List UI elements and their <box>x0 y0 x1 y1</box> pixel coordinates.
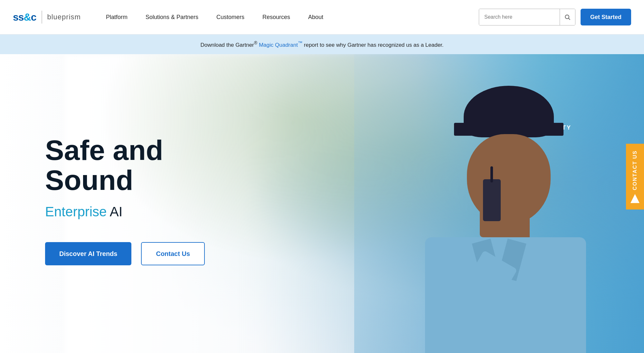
contact-side-tab-label: CONTACT US <box>632 150 638 190</box>
get-started-button[interactable]: Get Started <box>581 9 631 25</box>
hero-title-line2: Sound <box>45 164 133 196</box>
hero-subtitle: Enterprise AI <box>45 204 644 220</box>
hero-buttons: Discover AI Trends Contact Us <box>45 242 644 265</box>
nav-right: Get Started <box>479 9 631 25</box>
announcement-link[interactable]: Magic Quadrant™ <box>259 42 302 48</box>
discover-ai-trends-button[interactable]: Discover AI Trends <box>45 242 131 265</box>
nav-links: Platform Solutions & Partners Customers … <box>97 0 479 34</box>
hero-content: Safe and Sound Enterprise AI Discover AI… <box>0 54 644 353</box>
logo-area: ss&c blueprism <box>13 11 81 24</box>
search-box <box>479 9 575 25</box>
blueprism-logo-text: blueprism <box>47 13 81 21</box>
nav-link-solutions[interactable]: Solutions & Partners <box>137 0 207 34</box>
search-icon <box>564 14 571 20</box>
hero-subtitle-plain: AI <box>107 204 122 219</box>
trademark-mark: ™ <box>298 40 302 45</box>
ssc-amp: & <box>24 11 31 23</box>
hero-subtitle-colored: Enterprise <box>45 204 107 219</box>
logo-divider <box>42 11 42 24</box>
hero-section: SECURITY SECURI Safe and Sound Enterpris… <box>0 54 644 353</box>
hero-title-line1: Safe and <box>45 134 163 166</box>
hero-title: Safe and Sound <box>45 135 238 195</box>
search-input[interactable] <box>479 9 560 25</box>
announcement-text: Download the Gartner® Magic Quadrant™ re… <box>200 42 443 48</box>
contact-side-tab[interactable]: CONTACT US <box>626 144 644 210</box>
ssc-logo: ss&c <box>13 11 36 23</box>
nav-link-resources[interactable]: Resources <box>253 0 299 34</box>
contact-us-button[interactable]: Contact Us <box>141 242 205 265</box>
search-button[interactable] <box>560 9 575 25</box>
contact-tab-arrow-icon <box>630 194 639 203</box>
svg-line-1 <box>569 18 570 20</box>
ssc-logo-text: ss&c <box>13 11 36 23</box>
registered-mark: ® <box>254 40 257 45</box>
nav-link-platform[interactable]: Platform <box>97 0 137 34</box>
navbar: ss&c blueprism Platform Solutions & Part… <box>0 0 644 34</box>
announcement-bar: Download the Gartner® Magic Quadrant™ re… <box>0 34 644 54</box>
svg-point-0 <box>565 15 569 19</box>
nav-link-about[interactable]: About <box>299 0 332 34</box>
nav-link-customers[interactable]: Customers <box>207 0 253 34</box>
